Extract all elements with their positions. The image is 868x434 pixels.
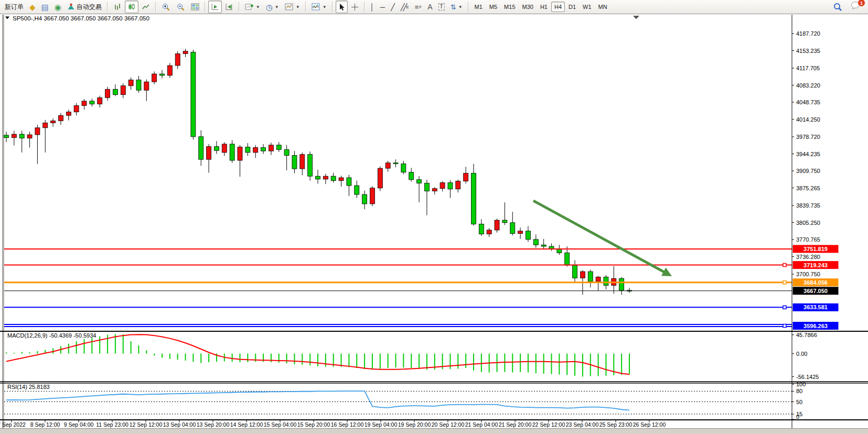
tile-windows-button[interactable] — [188, 1, 202, 13]
candle — [51, 121, 56, 123]
order-ticket-button[interactable]: ◆ — [27, 1, 38, 13]
periods-dropdown[interactable]: ◷ ▼ — [263, 1, 282, 13]
tab-timeframe-h4[interactable]: H4 — [551, 2, 565, 12]
time-tick-label: 15 Sep 20:00 — [297, 421, 330, 428]
candle — [448, 182, 453, 189]
chart-canvas[interactable]: 4187.7204153.2354117.7054083.2204048.735… — [0, 0, 868, 434]
price-tag-label: 3667.050 — [803, 288, 828, 294]
price-tick-label: 4014.250 — [796, 116, 820, 123]
candle — [238, 147, 242, 160]
tab-timeframe-w1[interactable]: W1 — [580, 2, 595, 12]
candle — [160, 74, 165, 75]
price-tick-label: 4048.735 — [796, 99, 820, 105]
price-tick-label: 3770.765 — [796, 236, 820, 243]
candle — [432, 189, 437, 191]
time-tick-label: 19 Sep 20:00 — [398, 421, 431, 428]
fibo-f-label: F — [419, 5, 422, 9]
candle — [464, 173, 468, 181]
candle — [456, 181, 460, 189]
text-button[interactable]: A — [425, 1, 435, 13]
hline-handle[interactable] — [783, 264, 786, 267]
price-tick-label: 3700.750 — [796, 271, 820, 277]
tab-timeframe-mn[interactable]: MN — [595, 2, 610, 12]
candle — [409, 172, 414, 180]
zoom-in-button[interactable] — [159, 1, 173, 13]
price-tag-label: 3596.263 — [803, 323, 828, 329]
autotrading-button[interactable]: 自动交易 — [65, 1, 104, 13]
time-tick-label: 15 Sep 04:00 — [264, 421, 297, 428]
candle — [19, 134, 24, 138]
tab-timeframe-d1[interactable]: D1 — [565, 2, 579, 12]
time-tick-label: 14 Sep 12:00 — [230, 421, 263, 428]
candle — [199, 137, 203, 159]
notifications-button[interactable]: 1 — [848, 1, 863, 13]
tab-timeframe-m15[interactable]: M15 — [501, 2, 518, 12]
chart-shift-button[interactable] — [222, 1, 236, 13]
tab-timeframe-m1[interactable]: M1 — [471, 2, 486, 12]
equidistant-channel-button[interactable]: ╱╱E — [398, 1, 412, 13]
time-tick-label: 11 Sep 23:00 — [96, 421, 128, 428]
time-tick-label: 7 Sep 2022 — [0, 421, 26, 428]
candle — [222, 144, 227, 153]
autoscroll-button[interactable] — [208, 1, 222, 13]
separator — [332, 2, 333, 12]
arrows-dropdown[interactable]: ⇅ ▼ — [448, 1, 465, 13]
candle — [378, 168, 382, 188]
candlestick-chart-button[interactable] — [125, 1, 138, 13]
tab-timeframe-m30[interactable]: M30 — [519, 2, 537, 12]
autoscroll-icon — [211, 3, 219, 10]
price-tag-label: 3719.243 — [803, 262, 828, 268]
text-icon: A — [427, 3, 432, 10]
chevron-down-icon: ▼ — [296, 5, 300, 9]
templates-dropdown[interactable]: ▼ — [282, 1, 303, 13]
candle — [58, 115, 63, 121]
line-chart-button[interactable] — [139, 1, 153, 13]
fibonacci-button[interactable]: ≡F — [412, 1, 424, 13]
chart-window-button[interactable]: ▤ — [39, 1, 51, 13]
crosshair-button[interactable] — [348, 1, 361, 13]
candle — [230, 144, 234, 160]
horizontal-line-button[interactable]: ─ — [378, 1, 388, 13]
candle — [526, 231, 530, 240]
new-order-button[interactable]: 新订单 — [2, 1, 26, 13]
vertical-line-button[interactable]: │ — [368, 1, 377, 13]
time-tick-label: 21 Sep 04:00 — [465, 421, 498, 428]
candle — [565, 253, 570, 265]
hline-handle[interactable] — [783, 281, 786, 284]
zoom-out-button[interactable] — [174, 1, 188, 13]
separator — [364, 2, 365, 12]
candle — [43, 123, 48, 127]
tab-timeframe-h1[interactable]: H1 — [537, 2, 551, 12]
indicators-dropdown[interactable]: ▼ — [309, 1, 329, 13]
text-label-button[interactable]: T — [436, 1, 447, 13]
window-left-border-inner — [4, 15, 4, 429]
macd-tick-label: 0.00 — [796, 351, 807, 357]
chart-title: SP500-,H4 3667.050 3667.050 3667.050 366… — [13, 15, 149, 21]
hline-handle[interactable] — [783, 324, 786, 328]
zoom-out-icon — [176, 3, 185, 11]
candle — [518, 231, 523, 234]
fibonacci-icon: ≡ — [415, 4, 419, 10]
candle — [604, 277, 608, 285]
hline-handle[interactable] — [783, 306, 786, 309]
candle — [323, 176, 328, 179]
tab-timeframe-m5[interactable]: M5 — [486, 2, 500, 12]
crosshair-icon — [351, 3, 359, 11]
time-tick-label: 21 Sep 20:00 — [499, 421, 532, 428]
new-chart-dropdown[interactable]: ▼ — [242, 1, 263, 13]
broadcast-button[interactable]: ◉ — [52, 1, 64, 13]
new-chart-icon — [245, 3, 254, 10]
trendline-button[interactable]: ╱ — [388, 1, 398, 13]
price-tag-label: 3684.056 — [803, 279, 828, 286]
rsi-label: RSI(14) 25.8183 — [7, 384, 50, 390]
candle — [4, 135, 9, 138]
search-button[interactable] — [831, 1, 845, 13]
macd-label: MACD(12,26,9) -50.4369 -50.5934 — [7, 332, 96, 339]
terminal-window: 新订单 ◆ ▤ ◉ 自动交易 — [0, 0, 868, 434]
candle — [292, 156, 297, 169]
bar-chart-button[interactable] — [111, 1, 124, 13]
candle — [495, 220, 499, 230]
separator — [205, 2, 206, 12]
cursor-button[interactable] — [336, 1, 348, 13]
candle — [82, 101, 87, 105]
